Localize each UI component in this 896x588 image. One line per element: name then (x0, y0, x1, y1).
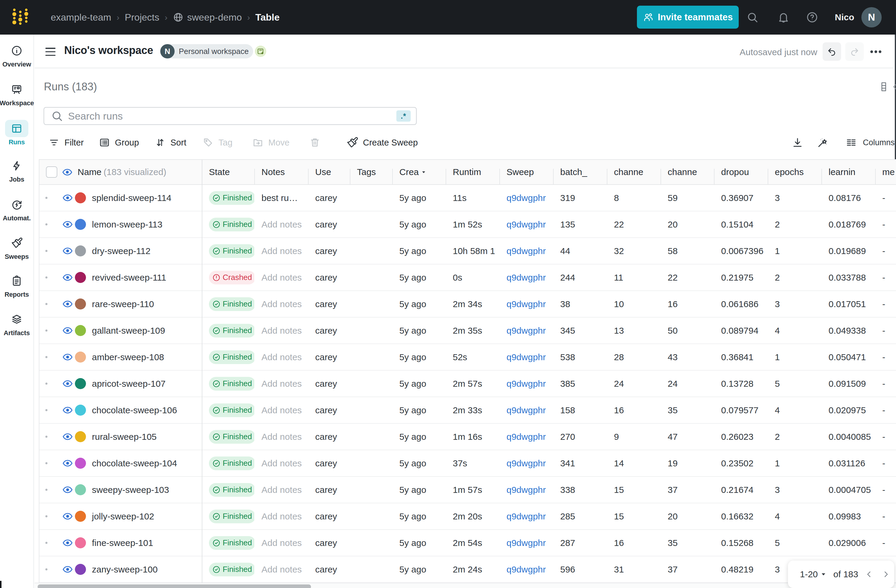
sweep-link[interactable]: q9dwgphr (506, 193, 546, 203)
run-color-dot[interactable] (75, 298, 86, 310)
sweep-link[interactable]: q9dwgphr (506, 219, 546, 229)
table-row[interactable]: gallant-sweep-109FinishedAdd notescarey5… (40, 318, 896, 344)
drag-handle-icon[interactable] (46, 277, 47, 278)
breadcrumb-projects[interactable]: Projects (125, 12, 159, 23)
drag-handle-icon[interactable] (46, 489, 47, 491)
eye-icon[interactable] (62, 484, 73, 495)
move-button[interactable]: Move (252, 135, 290, 150)
table-header-runtim-5[interactable]: Runtim (446, 160, 499, 184)
redo-button[interactable] (845, 43, 864, 61)
run-color-dot[interactable] (75, 378, 86, 389)
sweep-cell[interactable]: q9dwgphr (499, 318, 553, 343)
run-color-dot[interactable] (75, 351, 86, 363)
table-header-name[interactable]: Name (183 visualized) (40, 160, 202, 184)
breadcrumb-project[interactable]: sweep-demo (187, 12, 242, 23)
sweep-link[interactable]: q9dwgphr (506, 326, 546, 336)
table-header-crea-4[interactable]: Crea (392, 160, 446, 184)
notes-cell[interactable]: Add notes (254, 556, 308, 582)
sweep-cell[interactable]: q9dwgphr (499, 477, 553, 503)
table-header-use-2[interactable]: Use (308, 160, 350, 184)
search-icon[interactable] (746, 11, 759, 24)
eye-icon[interactable] (62, 192, 73, 204)
table-header-me-13[interactable]: me (875, 160, 896, 184)
notes-cell[interactable]: Add notes (254, 211, 308, 237)
table-row[interactable]: lemon-sweep-113FinishedAdd notescarey5y … (40, 211, 896, 238)
notes-cell[interactable]: Add notes (254, 424, 308, 450)
run-color-dot[interactable] (75, 431, 86, 442)
sweep-cell[interactable]: q9dwgphr (499, 424, 553, 450)
filter-button[interactable]: Filter (48, 135, 84, 150)
run-name-link[interactable]: rare-sweep-110 (92, 299, 154, 309)
wand-icon[interactable] (817, 135, 829, 150)
run-name-link[interactable]: jolly-sweep-102 (92, 511, 154, 521)
eye-icon[interactable] (62, 511, 73, 522)
run-color-dot[interactable] (75, 564, 86, 575)
run-name-link[interactable]: gallant-sweep-109 (92, 326, 165, 336)
eye-icon[interactable] (62, 351, 73, 363)
run-name-link[interactable]: chocolate-sweep-104 (92, 458, 177, 468)
sweep-link[interactable]: q9dwgphr (506, 405, 546, 415)
notes-cell[interactable]: Add notes (254, 318, 308, 343)
help-icon[interactable] (806, 11, 819, 24)
search-runs-input[interactable] (68, 110, 396, 122)
table-header-dropou-10[interactable]: dropou (714, 160, 768, 184)
sweep-link[interactable]: q9dwgphr (506, 246, 546, 256)
pinned-column-divider[interactable] (202, 160, 203, 583)
sweep-cell[interactable]: q9dwgphr (499, 344, 553, 370)
run-name-link[interactable]: splendid-sweep-114 (92, 193, 171, 203)
drag-handle-icon[interactable] (46, 250, 47, 252)
eye-icon[interactable] (62, 272, 73, 283)
sweep-link[interactable]: q9dwgphr (506, 564, 546, 574)
table-row[interactable]: dry-sweep-112FinishedAdd notescarey5y ag… (40, 238, 896, 264)
run-name-link[interactable]: rural-sweep-105 (92, 432, 157, 442)
sweep-link[interactable]: q9dwgphr (506, 352, 546, 362)
run-name-link[interactable]: amber-sweep-108 (92, 352, 164, 362)
notes-cell[interactable]: Add notes (254, 344, 308, 370)
drag-handle-icon[interactable] (46, 383, 47, 384)
table-row[interactable]: chocolate-sweep-104FinishedAdd notescare… (40, 450, 896, 477)
table-row[interactable]: fine-sweep-101FinishedAdd notescarey5y a… (40, 530, 896, 556)
wandb-logo-icon[interactable] (12, 8, 29, 26)
sweep-link[interactable]: q9dwgphr (506, 511, 546, 521)
run-name-link[interactable]: apricot-sweep-107 (92, 379, 166, 389)
table-header-notes-1[interactable]: Notes (254, 160, 308, 184)
sweep-cell[interactable]: q9dwgphr (499, 185, 553, 211)
bell-icon[interactable] (777, 11, 790, 24)
sweep-link[interactable]: q9dwgphr (506, 538, 546, 548)
sweep-link[interactable]: q9dwgphr (506, 299, 546, 309)
tag-button[interactable]: Tag (203, 135, 233, 150)
drag-handle-icon[interactable] (46, 515, 47, 517)
eye-icon[interactable] (62, 378, 73, 389)
sidebar-item-reports[interactable]: Reports (0, 272, 34, 298)
columns-button[interactable]: Columns (846, 135, 895, 150)
sweep-link[interactable]: q9dwgphr (506, 379, 546, 389)
sweep-cell[interactable]: q9dwgphr (499, 450, 553, 476)
eye-icon[interactable] (62, 537, 73, 548)
drag-handle-icon[interactable] (46, 542, 47, 544)
more-menu-button[interactable] (869, 47, 882, 57)
sweep-cell[interactable]: q9dwgphr (499, 211, 553, 237)
trash-button[interactable] (309, 135, 320, 150)
run-name-link[interactable]: dry-sweep-112 (92, 246, 151, 256)
workspace-badge[interactable]: N Personal workspace (160, 44, 253, 58)
sidebar-item-runs[interactable]: Runs (0, 120, 34, 146)
table-header-learnin-12[interactable]: learnin (821, 160, 875, 184)
run-color-dot[interactable] (75, 325, 86, 336)
table-header-channe-8[interactable]: channe (607, 160, 660, 184)
sweep-link[interactable]: q9dwgphr (506, 485, 546, 495)
eye-icon[interactable] (62, 325, 73, 336)
eye-icon[interactable] (62, 245, 73, 257)
sweep-cell[interactable]: q9dwgphr (499, 530, 553, 556)
export-button[interactable] (792, 135, 803, 150)
eye-icon[interactable] (62, 431, 73, 442)
sweep-cell[interactable]: q9dwgphr (499, 556, 553, 582)
table-row[interactable]: sweepy-sweep-103FinishedAdd notescarey5y… (40, 477, 896, 503)
eye-icon[interactable] (62, 167, 73, 178)
sidebar-item-automat[interactable]: Automat. (0, 196, 34, 222)
drag-handle-icon[interactable] (46, 568, 47, 570)
sidebar-item-overview[interactable]: Overview (0, 42, 34, 68)
drag-handle-icon[interactable] (46, 436, 47, 438)
notes-cell[interactable]: Add notes (254, 477, 308, 503)
page-range-dropdown[interactable]: 1-20 (800, 569, 827, 579)
sweep-link[interactable]: q9dwgphr (506, 432, 546, 442)
